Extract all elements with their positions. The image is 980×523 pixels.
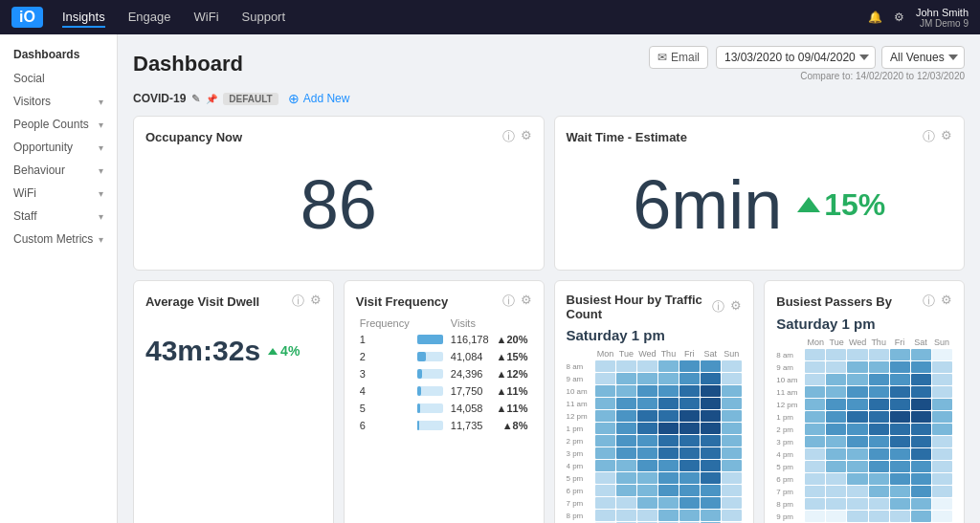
- change-cell: ▲11%: [493, 382, 532, 400]
- heatmap-cell: [679, 410, 700, 422]
- info-icon[interactable]: ⓘ: [923, 293, 935, 310]
- chevron-down-icon: ▾: [99, 165, 103, 176]
- heatmap-cell: [805, 461, 825, 472]
- bottom-widgets-grid: Average Visit Dwell ⓘ ⚙ 43m:32s 4%: [133, 280, 965, 523]
- edit-icon[interactable]: ✎: [191, 93, 200, 105]
- dwell-container: 43m:32s 4%: [145, 316, 322, 377]
- heatmap-cell: [805, 399, 825, 410]
- heatmap-days-row: MonTueWedThuFriSatSun: [805, 338, 952, 347]
- date-range-select[interactable]: 13/03/2020 to 09/04/2020: [716, 46, 876, 69]
- heatmap-cell: [911, 424, 931, 435]
- heatmap-cell: [679, 398, 700, 409]
- heatmap-cell: [932, 486, 952, 497]
- heatmap-row: 5 pm: [567, 472, 743, 484]
- nav-engage[interactable]: Engage: [128, 8, 171, 28]
- sidebar-item-wifi[interactable]: WiFi ▾: [0, 182, 117, 205]
- gear-icon[interactable]: ⚙: [894, 11, 904, 24]
- heatmap-cell: [658, 460, 679, 471]
- bell-icon[interactable]: 🔔: [868, 11, 882, 24]
- heatmap-cell: [890, 361, 910, 373]
- sidebar-item-opportunity[interactable]: Opportunity ▾: [0, 136, 117, 159]
- heatmap-cell: [869, 486, 889, 497]
- heatmap-cell: [847, 511, 867, 522]
- heatmap-day-label: Sun: [931, 338, 952, 347]
- email-button[interactable]: ✉ Email: [649, 46, 708, 69]
- visits-cell: 24,396: [447, 365, 493, 382]
- sidebar-item-custom-metrics[interactable]: Custom Metrics ▾: [0, 228, 117, 251]
- bar-cell: [413, 400, 447, 417]
- heatmap-cell: [679, 447, 700, 459]
- heatmap-cell: [679, 385, 700, 397]
- sidebar-item-people-counts[interactable]: People Counts ▾: [0, 113, 117, 136]
- add-new-button[interactable]: ⊕ Add New: [288, 91, 350, 106]
- heatmap-cell: [637, 435, 657, 447]
- heatmap-cell: [595, 510, 615, 521]
- heatmap-day-label: Sat: [700, 349, 721, 359]
- nav-support[interactable]: Support: [242, 8, 286, 28]
- heatmap-cell: [595, 360, 615, 372]
- info-icon[interactable]: ⓘ: [502, 293, 515, 310]
- heatmap-cell: [932, 436, 952, 447]
- heatmap-cell: [616, 485, 636, 496]
- chevron-down-icon: ▾: [99, 234, 103, 245]
- heatmap-cell: [911, 498, 931, 510]
- heatmap-row: 10 am: [567, 385, 743, 397]
- heatmap-cell: [722, 472, 742, 484]
- heatmap-cell: [805, 498, 825, 510]
- heatmap-cells: [805, 511, 952, 522]
- heatmap-cell: [616, 410, 636, 422]
- sidebar-item-staff[interactable]: Staff ▾: [0, 205, 117, 228]
- sidebar-item-behaviour[interactable]: Behaviour ▾: [0, 159, 117, 182]
- heatmap-row: 4 pm: [776, 448, 952, 460]
- heatmap-cell: [658, 472, 679, 484]
- tab-covid19[interactable]: COVID-19 ✎ 📌 DEFAULT: [133, 92, 278, 105]
- visits-cell: 14,058: [447, 400, 493, 417]
- settings-icon[interactable]: ⚙: [521, 128, 532, 145]
- nav-insights[interactable]: Insights: [62, 8, 105, 28]
- heatmap-cell: [805, 349, 825, 360]
- settings-icon[interactable]: ⚙: [310, 293, 322, 310]
- change-col-header: [493, 316, 532, 331]
- sidebar-item-visitors[interactable]: Visitors ▾: [0, 90, 117, 113]
- settings-icon[interactable]: ⚙: [730, 298, 742, 316]
- settings-icon[interactable]: ⚙: [941, 128, 952, 145]
- heatmap-cell: [701, 398, 721, 409]
- heatmap-cell: [616, 510, 636, 521]
- heatmap-row: 8 am: [567, 360, 743, 372]
- settings-icon[interactable]: ⚙: [521, 293, 532, 310]
- heatmap-cell: [932, 386, 952, 398]
- heatmap-row: 5 pm: [776, 461, 952, 472]
- logo[interactable]: iO: [11, 7, 43, 28]
- heatmap-cell: [890, 498, 910, 510]
- heatmap-cell: [911, 374, 931, 385]
- heatmap-cell: [847, 486, 867, 497]
- info-icon[interactable]: ⓘ: [502, 128, 515, 145]
- info-icon[interactable]: ⓘ: [712, 298, 724, 316]
- heatmap-time-label: 3 pm: [567, 449, 595, 458]
- heatmap-cell: [911, 511, 931, 522]
- heatmap-cell: [616, 472, 636, 484]
- heatmap-time-label: 10 am: [776, 376, 805, 384]
- page-title: Dashboard: [133, 52, 243, 76]
- pin-icon: 📌: [206, 94, 217, 104]
- nav-wifi[interactable]: WiFi: [194, 8, 219, 28]
- sidebar-item-social[interactable]: Social: [0, 67, 117, 90]
- busiest-traffic-heatmap: MonTueWedThuFriSatSun8 am9 am10 am11 am1…: [567, 349, 743, 523]
- heatmap-cell: [826, 498, 846, 510]
- heatmap-cell: [722, 447, 742, 459]
- settings-icon[interactable]: ⚙: [941, 293, 952, 310]
- heatmap-cell: [932, 361, 952, 373]
- avg-dwell-header: Average Visit Dwell ⓘ ⚙: [145, 293, 322, 310]
- info-icon[interactable]: ⓘ: [292, 293, 304, 310]
- venue-select[interactable]: All Venues: [881, 46, 965, 69]
- heatmap-day-label: Sat: [910, 338, 931, 347]
- heatmap-time-label: 8 am: [776, 351, 805, 360]
- heatmap-row: 9 am: [776, 361, 952, 373]
- heatmap-cell: [701, 385, 721, 397]
- heatmap-cell: [658, 360, 679, 372]
- heatmap-row: 4 pm: [567, 460, 743, 471]
- info-icon[interactable]: ⓘ: [923, 128, 935, 145]
- wait-time-title: Wait Time - Estimate: [567, 130, 687, 144]
- heatmap-cell: [869, 399, 889, 410]
- heatmap-row: 3 pm: [567, 447, 743, 459]
